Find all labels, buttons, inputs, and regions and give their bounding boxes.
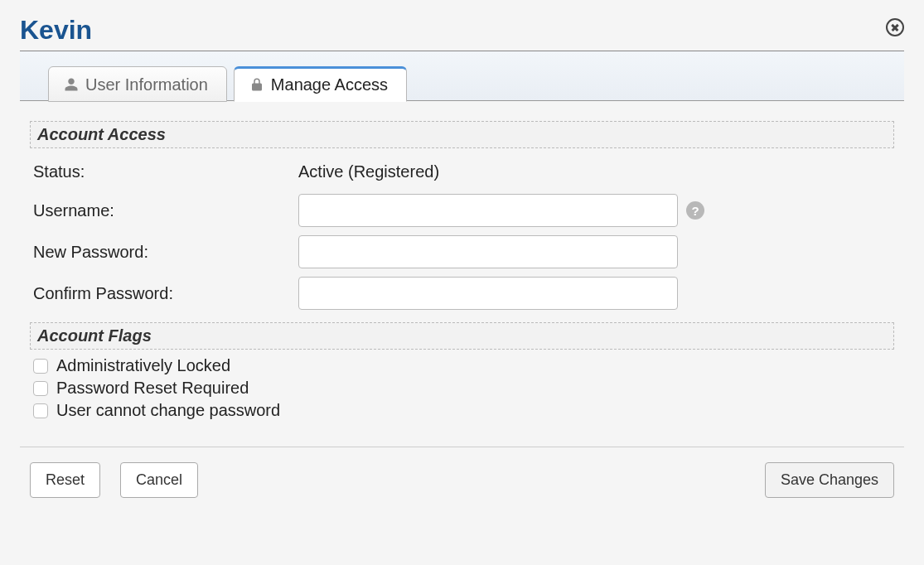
tab-label: Manage Access [271,75,388,94]
reset-button[interactable]: Reset [30,462,100,498]
footer: Reset Cancel Save Changes [20,462,904,498]
tab-user-information[interactable]: User Information [48,66,227,102]
lock-icon [249,77,264,92]
page-title: Kevin [20,15,92,46]
row-status: Status: Active (Registered) [30,153,894,190]
checkbox-label[interactable]: User cannot change password [56,401,280,420]
new-password-input[interactable] [298,235,678,268]
user-icon [64,77,79,92]
cancel-button[interactable]: Cancel [120,462,198,498]
row-confirm-password: Confirm Password: [30,273,894,314]
row-new-password: New Password: [30,231,894,273]
confirm-password-input[interactable] [298,277,678,310]
checkbox-user-cannot-change-password[interactable] [33,403,48,418]
section-header-account-access: Account Access [30,121,894,148]
username-label: Username: [33,201,298,220]
close-icon[interactable] [886,18,904,36]
save-changes-button[interactable]: Save Changes [765,462,894,498]
help-icon[interactable]: ? [686,201,704,220]
flag-administratively-locked: Administratively Locked [30,355,894,377]
content-area: Account Access Status: Active (Registere… [20,101,904,422]
checkbox-password-reset-required[interactable] [33,381,48,396]
flag-password-reset-required: Password Reset Required [30,377,894,399]
checkbox-label[interactable]: Password Reset Required [56,379,249,398]
section-header-account-flags: Account Flags [30,322,894,350]
checkbox-administratively-locked[interactable] [33,359,48,374]
tab-bar: User Information Manage Access [20,51,904,101]
checkbox-label[interactable]: Administratively Locked [56,356,230,375]
confirm-password-label: Confirm Password: [33,284,298,303]
flag-user-cannot-change-password: User cannot change password [30,399,894,422]
tab-manage-access[interactable]: Manage Access [234,66,407,102]
new-password-label: New Password: [33,243,298,262]
username-input[interactable] [298,194,678,227]
row-username: Username: ? [30,190,894,231]
status-value: Active (Registered) [298,162,439,181]
tab-label: User Information [85,75,208,94]
status-label: Status: [33,162,298,181]
footer-divider [20,447,904,447]
